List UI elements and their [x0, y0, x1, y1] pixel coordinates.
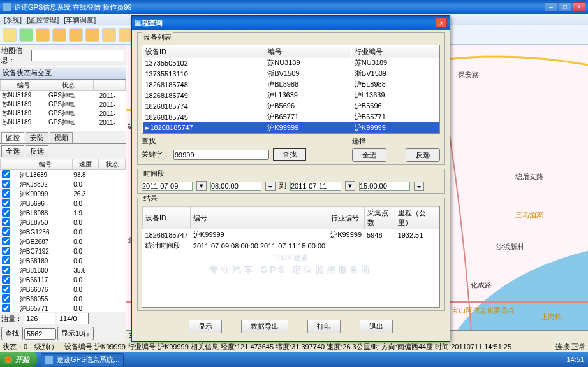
- table-row[interactable]: 沪BC71920.0: [1, 247, 126, 256]
- row-checkbox[interactable]: [2, 180, 10, 188]
- table-row[interactable]: 沪B660760.0: [1, 285, 126, 294]
- table-row[interactable]: 18268185745沪B65771沪B65771: [143, 112, 439, 122]
- table-row[interactable]: 13735513110浙BV1509浙BV1509: [143, 68, 439, 79]
- table-row[interactable]: 沪K9999926.3: [1, 189, 126, 199]
- table-row[interactable]: 18268185747沪K99999沪K99999: [143, 122, 439, 133]
- dialog-select-inverse[interactable]: 反选: [406, 148, 440, 162]
- dialog-close-button[interactable]: ×: [436, 18, 447, 28]
- row-checkbox[interactable]: [2, 208, 10, 217]
- table-row[interactable]: 沪B661170.0: [1, 275, 126, 285]
- table-row[interactable]: 沪BE26870.0: [1, 237, 126, 247]
- taskbar-item-1[interactable]: 途迹GPS信息系统...: [41, 353, 124, 366]
- table-row[interactable]: 沪L1363993.8: [1, 170, 126, 180]
- start-button[interactable]: 开始: [0, 352, 37, 367]
- table-row[interactable]: 18268185747沪K99999沪K9999959481932.51: [143, 229, 439, 241]
- tool-1[interactable]: [3, 28, 17, 42]
- tool-2[interactable]: [19, 28, 33, 42]
- map-info-input[interactable]: [31, 50, 124, 61]
- date-from-dd[interactable]: ▾: [196, 181, 207, 191]
- tool-4[interactable]: [52, 28, 66, 42]
- table-row[interactable]: 苏NU3189GPS掉电2011-: [1, 100, 126, 109]
- table-row[interactable]: 沪B8160035.6: [1, 266, 126, 275]
- result-legend: 结果: [142, 194, 444, 203]
- table-row[interactable]: 18268185774沪B5696沪B5696: [143, 101, 439, 112]
- app-titlebar: 途迹GPS信息系统 在线登陆 操作员99 – □ ×: [0, 0, 588, 14]
- table-row[interactable]: 13735505102苏NU3189苏NU3189: [143, 57, 439, 68]
- tool-7[interactable]: [102, 28, 116, 42]
- row-checkbox[interactable]: [2, 237, 10, 245]
- left-search-input[interactable]: [24, 328, 56, 340]
- dialog-titlebar[interactable]: 里程查询 ×: [132, 16, 450, 30]
- row-checkbox[interactable]: [2, 170, 10, 178]
- table-row[interactable]: 统计时间段2011-07-09 08:00:00 2011-07-11 15:0…: [143, 240, 439, 251]
- row-checkbox[interactable]: [2, 275, 10, 284]
- table-row[interactable]: 沪B681890.0: [1, 256, 126, 266]
- table-row[interactable]: 苏NU3189GPS掉电2011-: [1, 91, 126, 101]
- left-tabs: 监控 安防 视频: [0, 131, 126, 144]
- time-from-input[interactable]: [210, 182, 261, 191]
- tab-monitor[interactable]: 监控: [1, 132, 24, 143]
- table-row[interactable]: 18268185748沪BL8988沪BL8988: [143, 79, 439, 90]
- maximize-button[interactable]: □: [559, 2, 571, 12]
- row-checkbox[interactable]: [2, 256, 10, 264]
- show-button[interactable]: 显示: [189, 320, 222, 333]
- date-to-dd[interactable]: ▾: [345, 181, 355, 191]
- export-button[interactable]: 数据导出: [241, 320, 288, 333]
- tool-8[interactable]: [119, 28, 133, 42]
- oil-input-1[interactable]: [24, 313, 55, 324]
- menu-dispatch[interactable]: [车辆调度]: [64, 15, 96, 25]
- close-button[interactable]: ×: [573, 2, 585, 12]
- table-row[interactable]: 沪B657710.0: [1, 304, 126, 312]
- date-from-input[interactable]: [142, 182, 193, 191]
- statusbar: 状态：0，级别(） 设备编号 沪K99999 行业编号 沪K99999 相关信息…: [0, 342, 588, 352]
- row-checkbox[interactable]: [2, 266, 10, 274]
- table-row[interactable]: 沪B56960.0: [1, 199, 126, 208]
- keyword-input[interactable]: [173, 150, 269, 160]
- menu-monitor[interactable]: [监控管理]: [27, 15, 59, 25]
- table-row[interactable]: 苏NU3189GPS掉电2011-: [1, 109, 126, 118]
- map-label-3: 塘后支路: [515, 172, 543, 182]
- exit-button[interactable]: 退出: [360, 320, 393, 333]
- row-checkbox[interactable]: [2, 227, 10, 236]
- to-label: 到: [279, 181, 286, 191]
- left-search-button[interactable]: 查找: [1, 327, 23, 340]
- windows-logo-icon: [4, 355, 13, 364]
- minimize-button[interactable]: –: [545, 2, 557, 12]
- row-checkbox[interactable]: [2, 199, 10, 207]
- time-to-spin[interactable]: ÷: [414, 182, 424, 191]
- row-checkbox[interactable]: [2, 304, 10, 312]
- map-label-6: 化成路: [471, 280, 492, 290]
- row-checkbox[interactable]: [2, 189, 10, 198]
- oil-input-2[interactable]: [57, 313, 89, 324]
- time-from-spin[interactable]: ÷: [265, 182, 276, 191]
- table-row[interactable]: 沪BG12360.0: [1, 227, 126, 237]
- tool-3[interactable]: [36, 28, 50, 42]
- table-row[interactable]: 苏NU3189GPS掉电2011-: [1, 118, 126, 127]
- row-checkbox[interactable]: [2, 285, 10, 293]
- result-table[interactable]: 设备ID编号行业编号采集点数里程（公里）18268185747沪K99999沪K…: [142, 206, 440, 308]
- select-inverse-button[interactable]: 反选: [26, 145, 48, 157]
- print-button[interactable]: 打印: [307, 320, 341, 333]
- tab-video[interactable]: 视频: [50, 132, 73, 143]
- table-row[interactable]: 沪BL89881.9: [1, 208, 126, 218]
- row-checkbox[interactable]: [2, 247, 10, 255]
- row-checkbox[interactable]: [2, 294, 10, 303]
- table-row[interactable]: 18268185749沪L13639沪L13639: [143, 90, 439, 101]
- select-all-button[interactable]: 全选: [1, 145, 24, 157]
- dialog-search-button[interactable]: 查找: [273, 148, 306, 161]
- show-10-button[interactable]: 显示10行: [57, 327, 94, 340]
- tool-5[interactable]: [69, 28, 83, 42]
- date-to-input[interactable]: [290, 182, 341, 191]
- dialog-select-all[interactable]: 全选: [352, 148, 386, 162]
- device-list-table[interactable]: 设备ID编号行业编号13588422973沪AT8876沪AT887613826…: [142, 45, 440, 134]
- table-row[interactable]: 沪B660550.0: [1, 294, 126, 304]
- dialog-title: 里程查询: [135, 18, 436, 28]
- table-row[interactable]: 沪BL87500.0: [1, 218, 126, 227]
- tab-security[interactable]: 安防: [26, 132, 48, 143]
- vehicle-table: 编号速度状态 沪L1363993.8沪KJ88020.0沪K9999926.3沪…: [0, 159, 126, 312]
- table-row[interactable]: 沪KJ88020.0: [1, 180, 126, 189]
- tool-6[interactable]: [85, 28, 99, 42]
- time-to-input[interactable]: [359, 182, 410, 191]
- menu-system[interactable]: [系统]: [4, 15, 22, 25]
- row-checkbox[interactable]: [2, 218, 10, 226]
